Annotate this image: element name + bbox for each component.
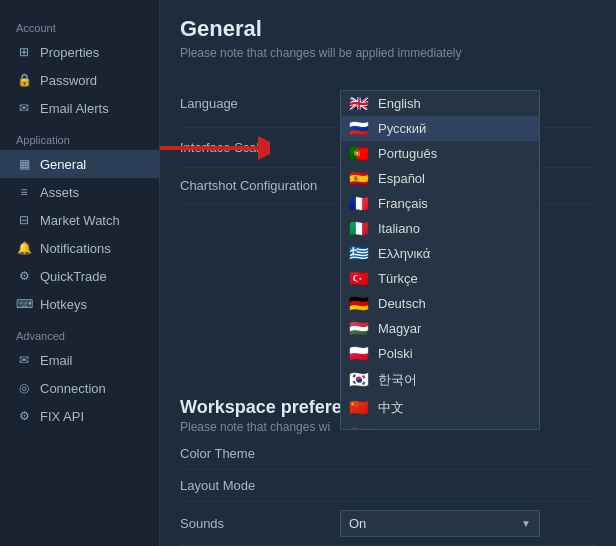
lang-option-pt[interactable]: 🇵🇹Português xyxy=(341,141,539,166)
sidebar-item-label: Email xyxy=(40,353,73,368)
lang-label: English xyxy=(378,96,421,111)
lang-label: Türkçe xyxy=(378,271,418,286)
lang-label: 中文 xyxy=(378,399,404,417)
bottom-settings: Color Theme Layout Mode Sounds On ▼ xyxy=(160,438,616,546)
email-icon: ✉ xyxy=(16,100,32,116)
layout-mode-label: Layout Mode xyxy=(180,478,340,493)
properties-icon: ⊞ xyxy=(16,44,32,60)
sidebar-item-quick-trade[interactable]: ⚙ QuickTrade xyxy=(0,262,159,290)
sidebar: Account ⊞ Properties 🔒 Password ✉ Email … xyxy=(0,0,160,546)
lang-option-pl[interactable]: 🇵🇱Polski xyxy=(341,341,539,366)
chartshot-label: Chartshot Configuration xyxy=(180,178,340,193)
lang-option-ru[interactable]: 🇷🇺Русский xyxy=(341,116,539,141)
sounds-value: On xyxy=(349,516,366,531)
lang-label: Magyar xyxy=(378,321,421,336)
lang-option-ja[interactable]: 🇯🇵日本語 xyxy=(341,422,539,430)
sidebar-item-connection[interactable]: ◎ Connection xyxy=(0,374,159,402)
grid-icon: ▦ xyxy=(16,156,32,172)
sidebar-item-label: General xyxy=(40,157,86,172)
sidebar-item-notifications[interactable]: 🔔 Notifications xyxy=(0,234,159,262)
lang-label: Polski xyxy=(378,346,413,361)
flag-icon: 🇷🇺 xyxy=(349,122,371,136)
lang-label: Español xyxy=(378,171,425,186)
lang-option-es[interactable]: 🇪🇸Español xyxy=(341,166,539,191)
page-title: General xyxy=(180,16,596,42)
page-subtitle: Please note that changes will be applied… xyxy=(180,46,596,60)
sidebar-item-label: Notifications xyxy=(40,241,111,256)
flag-icon: 🇬🇷 xyxy=(349,247,371,261)
flag-icon: 🇬🇧 xyxy=(349,97,371,111)
quicktrade-icon: ⚙ xyxy=(16,268,32,284)
flag-icon: 🇵🇱 xyxy=(349,347,371,361)
sidebar-item-label: Market Watch xyxy=(40,213,120,228)
sounds-row: Sounds On ▼ xyxy=(180,502,596,546)
flag-icon: 🇰🇷 xyxy=(349,373,371,387)
main-content: General Please note that changes will be… xyxy=(160,0,616,546)
lang-option-fr[interactable]: 🇫🇷Français xyxy=(341,191,539,216)
lang-label: 한국어 xyxy=(378,371,417,389)
color-theme-label: Color Theme xyxy=(180,446,340,461)
lang-option-de[interactable]: 🇩🇪Deutsch xyxy=(341,291,539,316)
flag-icon: 🇹🇷 xyxy=(349,272,371,286)
sidebar-item-email-alerts[interactable]: ✉ Email Alerts xyxy=(0,94,159,122)
list-icon: ≡ xyxy=(16,184,32,200)
sidebar-item-label: Assets xyxy=(40,185,79,200)
language-row: Language 🇷🇺 Русский ▼ 🇬🇧English🇷🇺Русский… xyxy=(180,80,596,128)
flag-icon: 🇵🇹 xyxy=(349,147,371,161)
lang-label: Русский xyxy=(378,121,426,136)
email2-icon: ✉ xyxy=(16,352,32,368)
sidebar-item-label: Password xyxy=(40,73,97,88)
layout-mode-row: Layout Mode xyxy=(180,470,596,502)
flag-icon: 🇯🇵 xyxy=(349,429,371,430)
flag-icon: 🇭🇺 xyxy=(349,322,371,336)
flag-icon: 🇨🇳 xyxy=(349,401,371,415)
sidebar-section-account: Account xyxy=(0,10,159,38)
flag-icon: 🇫🇷 xyxy=(349,197,371,211)
sounds-select[interactable]: On ▼ xyxy=(340,510,540,537)
sidebar-item-label: Email Alerts xyxy=(40,101,109,116)
lang-option-el[interactable]: 🇬🇷Ελληνικά xyxy=(341,241,539,266)
bell-icon: 🔔 xyxy=(16,240,32,256)
sidebar-item-label: QuickTrade xyxy=(40,269,107,284)
market-icon: ⊟ xyxy=(16,212,32,228)
sidebar-item-label: Properties xyxy=(40,45,99,60)
connection-icon: ◎ xyxy=(16,380,32,396)
sidebar-item-hotkeys[interactable]: ⌨ Hotkeys xyxy=(0,290,159,318)
settings-body: Language 🇷🇺 Русский ▼ 🇬🇧English🇷🇺Русский… xyxy=(160,80,616,385)
lang-option-ko[interactable]: 🇰🇷한국어 xyxy=(341,366,539,394)
lang-label: Deutsch xyxy=(378,296,426,311)
sidebar-item-fix-api[interactable]: ⚙ FIX API xyxy=(0,402,159,430)
sidebar-item-label: FIX API xyxy=(40,409,84,424)
sidebar-item-email[interactable]: ✉ Email xyxy=(0,346,159,374)
language-dropdown-wrapper: 🇷🇺 Русский ▼ 🇬🇧English🇷🇺Русский🇵🇹Portugu… xyxy=(340,90,540,117)
sounds-dropdown-arrow-icon: ▼ xyxy=(521,518,531,529)
sidebar-section-application: Application xyxy=(0,122,159,150)
sidebar-item-label: Connection xyxy=(40,381,106,396)
sidebar-item-general[interactable]: ▦ General xyxy=(0,150,159,178)
sidebar-section-advanced: Advanced xyxy=(0,318,159,346)
sidebar-item-label: Hotkeys xyxy=(40,297,87,312)
sidebar-item-properties[interactable]: ⊞ Properties xyxy=(0,38,159,66)
flag-icon: 🇪🇸 xyxy=(349,172,371,186)
language-label: Language xyxy=(180,96,340,111)
lang-label: 日本語 xyxy=(378,427,417,430)
lang-label: Français xyxy=(378,196,428,211)
api-icon: ⚙ xyxy=(16,408,32,424)
sounds-label: Sounds xyxy=(180,516,340,531)
sidebar-item-market-watch[interactable]: ⊟ Market Watch xyxy=(0,206,159,234)
flag-icon: 🇮🇹 xyxy=(349,222,371,236)
lang-option-zh[interactable]: 🇨🇳中文 xyxy=(341,394,539,422)
lang-option-en[interactable]: 🇬🇧English xyxy=(341,91,539,116)
page-header: General Please note that changes will be… xyxy=(160,0,616,80)
lang-option-it[interactable]: 🇮🇹Italiano xyxy=(341,216,539,241)
language-control: 🇷🇺 Русский ▼ 🇬🇧English🇷🇺Русский🇵🇹Portugu… xyxy=(340,90,596,117)
flag-icon: 🇩🇪 xyxy=(349,297,371,311)
lang-option-hu[interactable]: 🇭🇺Magyar xyxy=(341,316,539,341)
language-dropdown-list: 🇬🇧English🇷🇺Русский🇵🇹Português🇪🇸Español🇫🇷… xyxy=(340,90,540,430)
sidebar-item-password[interactable]: 🔒 Password xyxy=(0,66,159,94)
lang-option-tr[interactable]: 🇹🇷Türkçe xyxy=(341,266,539,291)
lang-label: Português xyxy=(378,146,437,161)
red-arrow xyxy=(160,133,270,163)
sidebar-item-assets[interactable]: ≡ Assets xyxy=(0,178,159,206)
lang-label: Italiano xyxy=(378,221,420,236)
